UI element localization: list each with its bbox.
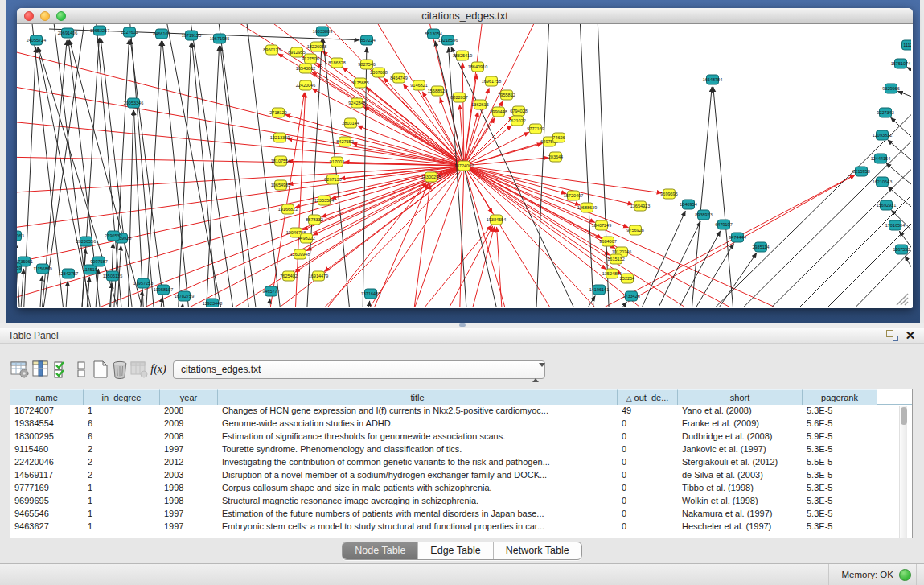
table-cell[interactable]: Tourette syndrome. Phenomenology and cla… xyxy=(218,443,618,456)
graph-node[interactable]: 12444154 xyxy=(871,154,890,163)
table-cell[interactable]: 0 xyxy=(618,521,678,534)
graph-node[interactable]: 2367608 xyxy=(370,68,387,77)
graph-node[interactable]: 8878332 xyxy=(306,215,322,225)
graph-node[interactable]: 3175685 xyxy=(351,78,368,88)
table-cell[interactable]: Changes of HCN gene expression and I(f) … xyxy=(218,405,618,418)
graph-node[interactable]: 6794028 xyxy=(510,106,527,116)
graph-node[interactable]: 13716485 xyxy=(361,289,380,299)
graph-node[interactable]: 203644 xyxy=(548,152,563,162)
graph-node[interactable]: 2803144 xyxy=(342,118,359,128)
network-table-selector[interactable]: citations_edges.txt xyxy=(173,360,545,379)
graph-node[interactable]: 9777169 xyxy=(527,124,544,134)
graph-node[interactable]: 24055724 xyxy=(27,35,46,45)
graph-node[interactable]: 19166822 xyxy=(278,204,298,214)
table-cell[interactable]: 5.6E-5 xyxy=(803,418,877,431)
table-cell[interactable]: Corpus callosum shape and size in male p… xyxy=(218,482,618,495)
table-row[interactable]: 911546021997Tourette syndrome. Phenomeno… xyxy=(10,443,912,456)
table-cell[interactable]: Yano et al. (2008) xyxy=(678,405,803,418)
graph-node[interactable]: 1167553 xyxy=(893,245,910,254)
graph-node[interactable]: 2935114 xyxy=(752,242,769,252)
delete-column-button[interactable] xyxy=(109,357,130,381)
table-cell[interactable]: 1998 xyxy=(160,482,218,495)
table-cell[interactable]: 2 xyxy=(84,469,160,482)
graph-node[interactable]: 9827546 xyxy=(358,60,375,69)
column-header-out-de-[interactable]: △out_de... xyxy=(618,389,678,405)
table-vertical-scrollbar[interactable] xyxy=(899,406,907,538)
table-cell[interactable]: 9465546 xyxy=(10,508,84,521)
graph-node[interactable]: 7955812 xyxy=(498,90,515,100)
table-cell[interactable]: 2012 xyxy=(160,456,218,469)
graph-node[interactable]: 18640910 xyxy=(468,62,487,72)
graph-node[interactable]: 16648784 xyxy=(703,75,722,84)
table-cell[interactable]: 1 xyxy=(84,508,160,521)
graph-node[interactable]: 16961758 xyxy=(482,76,501,86)
graph-node[interactable]: 20206556 xyxy=(76,237,96,246)
column-header-name[interactable]: name xyxy=(10,389,84,405)
table-cell[interactable]: 49 xyxy=(618,405,678,418)
table-cell[interactable]: 1997 xyxy=(160,508,218,521)
select-all-button[interactable] xyxy=(51,357,72,381)
table-cell[interactable]: 18300295 xyxy=(10,431,84,443)
graph-node[interactable]: 13654923 xyxy=(630,201,650,211)
graph-node[interactable]: 8466162 xyxy=(153,29,170,39)
clear-selection-button[interactable] xyxy=(71,357,92,381)
table-cell[interactable]: Jankovic et al. (1997) xyxy=(678,443,803,456)
graph-node[interactable]: 2126063 xyxy=(17,231,24,241)
graph-node[interactable]: 2718120 xyxy=(269,108,286,117)
network-canvas[interactable]: 1872400718226058891295589601239127508818… xyxy=(17,24,911,307)
graph-node[interactable]: 12213369 xyxy=(270,133,290,142)
graph-node[interactable]: 1112 xyxy=(902,40,912,50)
table-row[interactable]: 1830029562008Estimation of significance … xyxy=(10,431,912,443)
table-cell[interactable]: 9115460 xyxy=(10,443,84,456)
graph-node[interactable]: 9465777 xyxy=(262,286,279,296)
graph-node[interactable]: 18107554 xyxy=(271,156,290,166)
table-cell[interactable]: Embryonic stem cells: a model to study s… xyxy=(218,521,618,534)
graph-node[interactable]: 15688520 xyxy=(428,86,447,96)
zoom-window-button[interactable] xyxy=(56,11,66,21)
table-row[interactable]: 2242004622012Investigating the contribut… xyxy=(10,456,912,469)
table-cell[interactable]: 2 xyxy=(84,456,160,469)
float-panel-button[interactable] xyxy=(886,330,898,341)
graph-node[interactable]: 8427552 xyxy=(336,137,353,146)
graph-node[interactable]: 9684067 xyxy=(599,237,616,246)
graph-node[interactable]: 9146821 xyxy=(410,80,427,90)
table-cell[interactable]: 0 xyxy=(618,418,678,431)
graph-node[interactable]: 19384554 xyxy=(487,215,506,225)
table-cell[interactable]: 1998 xyxy=(160,495,218,508)
graph-node[interactable]: 10958107 xyxy=(154,285,173,295)
table-cell[interactable]: Nakamura et al. (1997) xyxy=(678,508,803,521)
table-row[interactable]: 969969511998Structural magnetic resonanc… xyxy=(10,495,912,508)
table-cell[interactable]: 2008 xyxy=(160,405,218,418)
table-cell[interactable]: 2008 xyxy=(160,431,218,443)
table-cell[interactable]: 9699695 xyxy=(10,495,84,508)
table-cell[interactable]: 5.3E-5 xyxy=(803,482,877,495)
table-cell[interactable]: Genome-wide association studies in ADHD. xyxy=(218,418,618,431)
graph-node[interactable]: 15692931 xyxy=(877,200,896,210)
table-cell[interactable]: 0 xyxy=(618,495,678,508)
tab-node-table[interactable]: Node Table xyxy=(343,542,418,559)
graph-node[interactable]: 7857224 xyxy=(358,35,375,45)
graph-node[interactable]: 8215958 xyxy=(852,167,869,176)
show-columns-button[interactable] xyxy=(31,357,51,381)
table-cell[interactable]: 19384554 xyxy=(10,418,84,431)
table-row[interactable]: 1872400712008Changes of HCN gene express… xyxy=(10,405,912,418)
table-cell[interactable]: 9777169 xyxy=(10,482,84,495)
table-cell[interactable]: Dudbridge et al. (2008) xyxy=(678,431,803,443)
graph-node[interactable]: 10653257 xyxy=(90,26,109,35)
graph-node[interactable]: 10688639 xyxy=(577,203,597,212)
table-cell[interactable]: 0 xyxy=(618,443,678,456)
table-cell[interactable]: 0 xyxy=(618,469,678,482)
table-mode-button[interactable] xyxy=(10,357,31,381)
table-cell[interactable]: 5.3E-5 xyxy=(803,508,877,521)
table-cell[interactable]: 2003 xyxy=(160,469,218,482)
new-column-button[interactable] xyxy=(90,357,111,381)
graph-node[interactable]: 8822037 xyxy=(450,93,467,102)
table-cell[interactable]: 5.5E-5 xyxy=(803,456,877,469)
graph-node[interactable]: 15751074 xyxy=(891,59,910,68)
table-cell[interactable]: Estimation of significance thresholds fo… xyxy=(218,431,618,443)
column-header-pagerank[interactable]: pagerank xyxy=(803,389,877,405)
column-header-year[interactable]: year xyxy=(160,389,218,405)
table-cell[interactable]: Wolkin et al. (1998) xyxy=(678,495,803,508)
table-cell[interactable]: Tibbo et al. (1998) xyxy=(678,482,803,495)
graph-node[interactable]: 9498222 xyxy=(298,233,314,243)
